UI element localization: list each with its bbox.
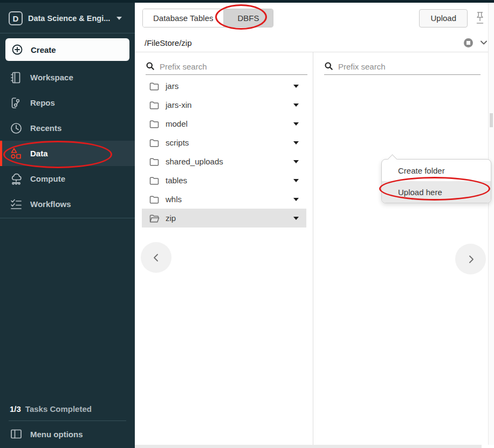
tasks-progress: 1/3 Tasks Completed (0, 398, 135, 419)
tab-database-tables[interactable]: Database Tables (143, 9, 223, 27)
vertical-scrollbar[interactable] (488, 3, 494, 445)
repos-icon (10, 97, 23, 109)
folder-name: zip (166, 213, 287, 223)
tab-dbfs[interactable]: DBFS (223, 9, 273, 27)
chevron-right-icon (464, 253, 477, 266)
sidebar-divider (9, 421, 126, 421)
folder-icon (149, 175, 160, 186)
sidebar-item-label: Recents (30, 123, 61, 133)
folder-open-icon (149, 213, 160, 224)
sidebar-item-workflows[interactable]: Workflows (0, 191, 135, 217)
folder-icon (149, 100, 160, 111)
folder-name: shared_uploads (166, 157, 287, 166)
recents-clock-icon (10, 122, 23, 135)
search-icon (146, 61, 155, 71)
folder-row-whls[interactable]: whls (142, 190, 306, 209)
folder-icon (149, 137, 160, 148)
workflows-checklist-icon (10, 198, 23, 211)
top-bar: Database Tables DBFS Upload (135, 3, 494, 33)
main-content: Database Tables DBFS Upload /FileStore/z… (135, 3, 494, 448)
folder-dropdown-caret-icon[interactable] (293, 179, 299, 182)
folder-dropdown-caret-icon[interactable] (293, 198, 299, 201)
folder-icon (149, 156, 160, 167)
workspace-selector[interactable]: D Data Science & Engi... (9, 10, 127, 26)
folder-row-jars[interactable]: jars (142, 77, 306, 95)
prefix-search-right (324, 58, 481, 75)
file-browser-panels: jars jars-xin model (135, 52, 494, 448)
tasks-label: Tasks Completed (25, 404, 92, 413)
menu-options-button[interactable]: Menu options (0, 422, 135, 446)
folder-row-model[interactable]: model (142, 114, 306, 133)
prefix-search-input[interactable] (160, 62, 307, 71)
folder-dropdown-caret-icon[interactable] (293, 85, 299, 88)
prefix-search-left (146, 58, 307, 75)
chevron-down-icon[interactable] (479, 39, 488, 46)
folder-dropdown-caret-icon[interactable] (293, 122, 299, 126)
chevron-left-icon (150, 251, 163, 264)
folder-name: model (166, 119, 287, 128)
sidebar-item-label: Compute (30, 174, 65, 183)
folder-name: scripts (166, 138, 287, 147)
sidebar-item-compute[interactable]: Compute (0, 166, 135, 191)
sidebar-item-label: Repos (30, 98, 55, 107)
databricks-logo: D (9, 11, 23, 25)
sidebar-item-label: Create (31, 45, 56, 54)
folder-row-jars-xin[interactable]: jars-xin (142, 95, 306, 114)
workspace-selector-label: Data Science & Engi... (28, 14, 110, 23)
sidebar: D Data Science & Engi... Create (0, 0, 135, 448)
sidebar-item-repos[interactable]: Repos (0, 90, 135, 115)
upload-button[interactable]: Upload (419, 9, 468, 27)
horizontal-scrollbar[interactable] (135, 445, 482, 448)
tasks-fraction: 1/3 (10, 404, 21, 413)
sidebar-item-recents[interactable]: Recents (0, 115, 135, 141)
folder-row-tables[interactable]: tables (142, 171, 306, 190)
folder-row-shared-uploads[interactable]: shared_uploads (142, 152, 306, 171)
databricks-data-page: D Data Science & Engi... Create (0, 0, 494, 448)
search-icon (324, 61, 334, 71)
menu-options-label: Menu options (30, 430, 83, 439)
context-menu: Create folder Upload here (381, 159, 491, 203)
refresh-icon[interactable] (464, 38, 473, 47)
pin-icon[interactable] (475, 10, 485, 26)
folder-row-zip-selected[interactable]: zip (142, 209, 306, 228)
sidebar-nav: Workspace Repos Recents (0, 65, 135, 217)
prev-page-button[interactable] (141, 242, 171, 273)
next-page-button[interactable] (455, 244, 486, 274)
folder-icon (149, 119, 160, 129)
sidebar-divider (0, 33, 135, 33)
prefix-search-input[interactable] (338, 62, 481, 71)
compute-cloud-icon (10, 173, 23, 185)
menu-options-icon (10, 428, 23, 440)
workspace-icon (10, 71, 23, 84)
path-bar: /FileStore/zip (135, 33, 494, 52)
data-shapes-icon (10, 147, 23, 160)
sidebar-item-label: Data (30, 149, 48, 158)
sidebar-item-data[interactable]: Data (0, 141, 135, 166)
folder-icon (149, 81, 160, 92)
sidebar-item-label: Workspace (30, 73, 73, 82)
view-tabs: Database Tables DBFS (142, 9, 273, 27)
plus-circle-icon (11, 43, 24, 56)
folder-dropdown-caret-icon[interactable] (293, 104, 299, 107)
folder-name: whls (166, 195, 287, 204)
folder-icon (149, 194, 160, 205)
folder-dropdown-caret-icon[interactable] (293, 217, 299, 220)
context-menu-item-upload-here[interactable]: Upload here (382, 181, 491, 203)
top-window-strip (0, 0, 494, 3)
chevron-down-icon (116, 17, 122, 20)
folder-name: tables (166, 176, 287, 185)
folder-name: jars-xin (166, 100, 287, 109)
folder-row-scripts[interactable]: scripts (142, 133, 306, 152)
sidebar-item-create[interactable]: Create (5, 38, 129, 61)
sidebar-item-workspace[interactable]: Workspace (0, 65, 135, 90)
context-menu-item-create-folder[interactable]: Create folder (382, 160, 491, 181)
folder-name: jars (166, 81, 287, 91)
vertical-scrollbar-thumb[interactable] (490, 113, 493, 127)
current-path: /FileStore/zip (145, 38, 192, 47)
folder-list: jars jars-xin model (135, 77, 313, 228)
folder-dropdown-caret-icon[interactable] (293, 141, 299, 144)
sidebar-item-label: Workflows (30, 199, 71, 209)
folder-dropdown-caret-icon[interactable] (293, 160, 299, 163)
